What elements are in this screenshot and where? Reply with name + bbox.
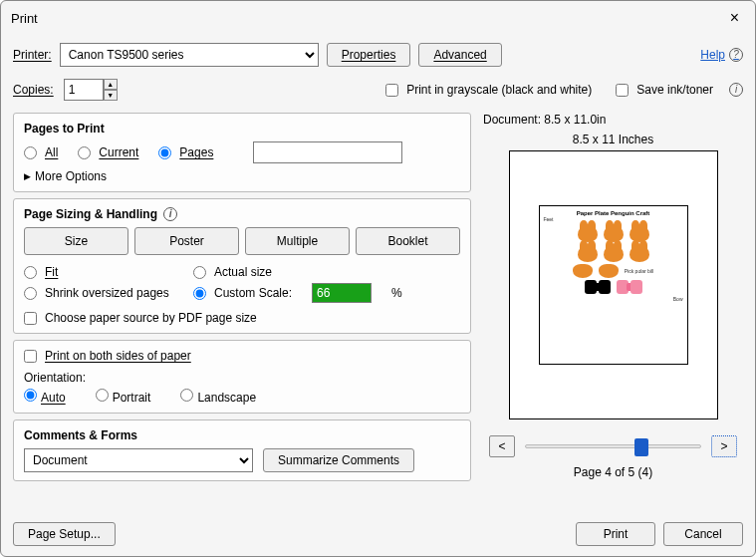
help-icon: ? [729,48,743,62]
copies-label: Copies: [13,83,54,97]
preview-page: Paper Plate Penguin Craft Feet Pick pola… [539,205,688,365]
saveink-checkbox[interactable]: Save ink/toner [616,83,713,97]
booklet-tab[interactable]: Booklet [356,227,460,255]
radio-all[interactable]: All [24,145,58,159]
document-dimensions: Document: 8.5 x 11.0in [483,113,743,127]
dialog-title: Print [11,11,38,26]
copies-input[interactable] [64,79,104,101]
printer-label: Printer: [13,48,52,62]
comments-title: Comments & Forms [24,428,460,442]
pages-to-print-title: Pages to Print [24,122,460,136]
radio-portrait[interactable]: Portrait [96,389,151,405]
prev-page-button[interactable]: < [489,435,515,457]
copies-up[interactable]: ▲ [104,79,118,90]
radio-fit[interactable]: Fit [24,265,173,279]
printer-select[interactable]: Canon TS9500 series [60,43,319,67]
grayscale-checkbox[interactable]: Print in grayscale (black and white) [385,83,592,97]
titlebar: Print × [1,1,755,35]
both-sides-checkbox[interactable]: Print on both sides of paper [24,349,460,363]
summarize-comments-button[interactable]: Summarize Comments [263,448,414,472]
radio-shrink[interactable]: Shrink oversized pages [24,286,173,300]
help-link[interactable]: Help ? [700,48,743,62]
orientation-label: Orientation: [24,371,460,385]
sizing-info-icon[interactable]: i [163,207,177,221]
sizing-panel: Page Sizing & Handling i Size Poster Mul… [13,198,471,334]
chevron-right-icon: ▶ [24,171,31,181]
slider-thumb[interactable] [634,438,648,456]
poster-tab[interactable]: Poster [134,227,239,255]
more-options[interactable]: ▶ More Options [24,169,460,183]
page-setup-button[interactable]: Page Setup... [13,522,116,546]
paper-size-label: 8.5 x 11 Inches [483,133,743,146]
paper-source-checkbox[interactable]: Choose paper source by PDF page size [24,311,460,325]
close-icon[interactable]: × [724,7,745,29]
pages-input[interactable] [253,141,402,163]
copies-down[interactable]: ▼ [104,90,118,101]
preview-column: Document: 8.5 x 11.0in 8.5 x 11 Inches P… [483,113,743,504]
radio-current[interactable]: Current [78,145,138,159]
radio-pages[interactable]: Pages [158,145,213,159]
duplex-orientation-panel: Print on both sides of paper Orientation… [13,340,471,414]
comments-select[interactable]: Document [24,448,253,472]
pages-to-print-panel: Pages to Print All Current Pages ▶ More … [13,113,471,192]
page-slider[interactable] [525,444,701,448]
cancel-button[interactable]: Cancel [663,522,743,546]
page-indicator: Page 4 of 5 (4) [483,465,743,479]
radio-landscape[interactable]: Landscape [180,389,256,405]
radio-auto[interactable]: Auto [24,389,66,405]
radio-actual[interactable]: Actual size [193,265,272,279]
next-page-button[interactable]: > [711,435,737,457]
comments-panel: Comments & Forms Document Summarize Comm… [13,419,471,481]
advanced-button[interactable]: Advanced [418,43,501,67]
properties-button[interactable]: Properties [327,43,411,67]
print-dialog: Print × Printer: Canon TS9500 series Pro… [0,0,756,557]
saveink-info-icon[interactable]: i [729,83,743,97]
custom-scale-input[interactable] [312,283,372,303]
multiple-tab[interactable]: Multiple [245,227,350,255]
print-button[interactable]: Print [576,522,655,546]
preview-frame: Paper Plate Penguin Craft Feet Pick pola… [509,150,718,419]
size-tab[interactable]: Size [24,227,128,255]
sizing-title: Page Sizing & Handling [24,207,157,221]
radio-custom[interactable]: Custom Scale: [193,286,292,300]
